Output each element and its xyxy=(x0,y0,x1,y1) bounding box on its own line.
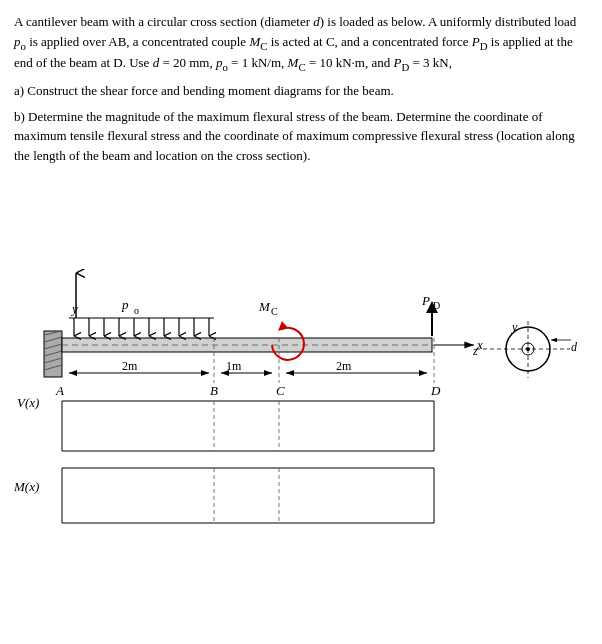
diagram-container: y p o xyxy=(14,173,588,537)
intro-paragraph: A cantilever beam with a circular cross … xyxy=(14,12,588,75)
Mx-label: M(x) xyxy=(14,479,39,494)
A-label: A xyxy=(55,383,64,398)
p0-subscript: o xyxy=(134,305,139,316)
Mc-subscript: C xyxy=(271,306,278,317)
beam-diagram: y p o xyxy=(14,173,594,533)
D-label: D xyxy=(430,383,441,398)
C-label: C xyxy=(276,383,285,398)
Vx-label: V(x) xyxy=(17,395,39,410)
dim-CD-label: 2m xyxy=(336,359,352,373)
part-b-text: b) Determine the magnitude of the maximu… xyxy=(14,107,588,166)
cs-d-label: d xyxy=(571,340,578,354)
B-label: B xyxy=(210,383,218,398)
dim-AB-label: 2m xyxy=(122,359,138,373)
y-axis-label: y xyxy=(70,301,78,316)
cs-z-label: z xyxy=(472,344,478,358)
PD-label: P xyxy=(421,293,430,308)
Mc-label: M xyxy=(258,299,271,314)
part-a-text: a) Construct the shear force and bending… xyxy=(14,81,588,101)
problem-text: A cantilever beam with a circular cross … xyxy=(14,12,588,165)
p0-label: p xyxy=(121,297,129,312)
moment-arrowhead xyxy=(278,321,288,331)
dim-BC-label: 1m xyxy=(226,359,242,373)
